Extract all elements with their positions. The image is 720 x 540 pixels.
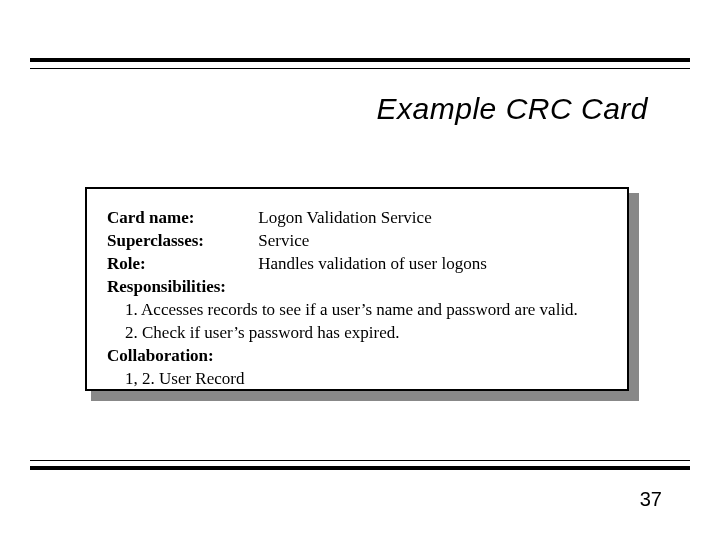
collaboration-1: 1, 2. User Record xyxy=(107,368,607,391)
role-value: Handles validation of user logons xyxy=(258,254,487,273)
collaboration-label: Collaboration: xyxy=(107,346,214,365)
slide: Example CRC Card Card name: Logon Valida… xyxy=(0,0,720,540)
superclasses-row: Superclasses: Service xyxy=(107,230,607,253)
bottom-rule-thin xyxy=(30,460,690,461)
role-label: Role: xyxy=(107,253,254,276)
responsibilities-header: Responsibilities: xyxy=(107,276,607,299)
page-number: 37 xyxy=(640,488,662,511)
bottom-rule-thick xyxy=(30,466,690,470)
responsibilities-label: Responsibilities: xyxy=(107,277,226,296)
card-name-value: Logon Validation Service xyxy=(258,208,431,227)
role-row: Role: Handles validation of user logons xyxy=(107,253,607,276)
responsibility-2: 2. Check if user’s password has expired. xyxy=(107,322,607,345)
superclasses-value: Service xyxy=(258,231,309,250)
top-rule-thin xyxy=(30,68,690,69)
crc-card: Card name: Logon Validation Service Supe… xyxy=(85,187,629,391)
responsibility-1: 1. Accesses records to see if a user’s n… xyxy=(107,299,607,322)
collaboration-header: Collaboration: xyxy=(107,345,607,368)
card-name-label: Card name: xyxy=(107,207,254,230)
slide-title: Example CRC Card xyxy=(300,92,648,126)
top-rule-thick xyxy=(30,58,690,62)
superclasses-label: Superclasses: xyxy=(107,230,254,253)
card-name-row: Card name: Logon Validation Service xyxy=(107,207,607,230)
